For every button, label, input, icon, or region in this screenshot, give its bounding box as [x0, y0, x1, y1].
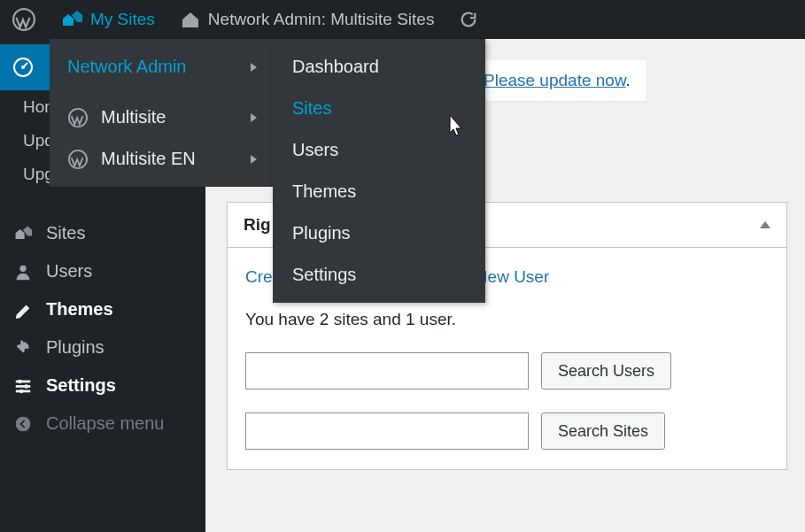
- my-sites-flyout: Network Admin Multisite Multisite EN: [50, 39, 273, 187]
- chevron-right-icon: [251, 113, 257, 122]
- refresh-icon: [459, 10, 478, 29]
- flyout2-item-themes[interactable]: Themes: [273, 171, 485, 212]
- dashboard-icon: [12, 57, 34, 78]
- chevron-right-icon: [251, 155, 257, 164]
- sidebar-item-label: Settings: [46, 375, 116, 396]
- sites-icon: [12, 225, 34, 243]
- sidebar-item-users[interactable]: Users: [0, 252, 205, 290]
- flyout2-item-label: Themes: [292, 181, 356, 201]
- flyout2-item-label: Users: [292, 140, 338, 159]
- svg-point-7: [18, 379, 22, 383]
- sidebar-item-sites[interactable]: Sites: [0, 214, 205, 252]
- home-icon: [180, 10, 201, 29]
- sidebar-item-label: Plugins: [46, 337, 104, 358]
- flyout-item-label: Multisite: [101, 107, 166, 127]
- my-sites-label: My Sites: [90, 10, 155, 29]
- svg-point-10: [16, 416, 31, 431]
- my-sites-menu[interactable]: My Sites: [48, 0, 167, 39]
- network-admin-flyout: Dashboard Sites Users Themes Plugins Set…: [273, 39, 485, 303]
- flyout-item-multisite-en[interactable]: Multisite EN: [50, 138, 273, 180]
- svg-point-8: [24, 384, 28, 389]
- search-sites-button[interactable]: Search Sites: [541, 412, 665, 450]
- caret-up-icon: [760, 221, 770, 228]
- flyout-item-network-admin[interactable]: Network Admin: [50, 46, 273, 88]
- users-icon: [12, 262, 34, 281]
- chevron-right-icon: [251, 63, 257, 72]
- sidebar-item-settings[interactable]: Settings: [0, 366, 205, 405]
- plugins-icon: [12, 338, 34, 358]
- svg-point-2: [21, 66, 25, 69]
- search-users-row: Search Users: [245, 352, 769, 389]
- themes-icon: [12, 300, 34, 320]
- sidebar-item-plugins[interactable]: Plugins: [0, 328, 205, 366]
- flyout-item-label: Multisite EN: [101, 149, 196, 169]
- wordpress-logo-icon: [67, 108, 89, 127]
- sidebar-item-label: Users: [46, 261, 92, 281]
- wp-logo-item[interactable]: [0, 0, 48, 39]
- sidebar-item-label: Sites: [46, 223, 85, 243]
- sidebar-item-label: Collapse menu: [46, 413, 164, 434]
- update-now-link[interactable]: Please update now: [484, 71, 626, 89]
- sidebar-item-label: Themes: [46, 299, 113, 320]
- flyout2-item-label: Sites: [292, 98, 331, 118]
- multisite-icon: [60, 10, 83, 29]
- flyout2-item-label: Plugins: [292, 223, 351, 243]
- sidebar-collapse[interactable]: Collapse menu: [0, 405, 205, 443]
- current-site-label: Network Admin: Multisite Sites: [208, 10, 435, 29]
- settings-icon: [12, 376, 34, 396]
- flyout2-item-dashboard[interactable]: Dashboard: [273, 46, 485, 88]
- panel-title: Rig: [244, 215, 271, 235]
- network-stats: You have 2 sites and 1 user.: [245, 310, 769, 329]
- search-sites-row: Search Sites: [245, 412, 769, 450]
- wordpress-logo-icon: [12, 8, 35, 31]
- current-site-menu[interactable]: Network Admin: Multisite Sites: [167, 0, 447, 39]
- flyout2-item-label: Dashboard: [292, 57, 379, 76]
- update-notice: Please update now.: [464, 60, 646, 101]
- search-users-input[interactable]: [245, 352, 529, 389]
- flyout-item-label: Network Admin: [67, 57, 187, 77]
- flyout2-item-users[interactable]: Users: [273, 129, 485, 171]
- search-users-button[interactable]: Search Users: [541, 352, 671, 389]
- svg-point-9: [19, 389, 24, 393]
- svg-point-3: [19, 265, 26, 271]
- collapse-icon: [12, 415, 34, 433]
- flyout2-item-settings[interactable]: Settings: [273, 254, 485, 296]
- wordpress-logo-icon: [67, 150, 89, 169]
- flyout2-item-plugins[interactable]: Plugins: [273, 212, 485, 254]
- admin-toolbar: My Sites Network Admin: Multisite Sites: [0, 0, 805, 39]
- sidebar-item-themes[interactable]: Themes: [0, 290, 205, 328]
- flyout-item-multisite[interactable]: Multisite: [50, 96, 273, 138]
- search-sites-input[interactable]: [245, 412, 529, 450]
- refresh-item[interactable]: [446, 0, 491, 39]
- flyout2-item-label: Settings: [292, 265, 356, 284]
- flyout2-item-sites[interactable]: Sites: [273, 88, 485, 129]
